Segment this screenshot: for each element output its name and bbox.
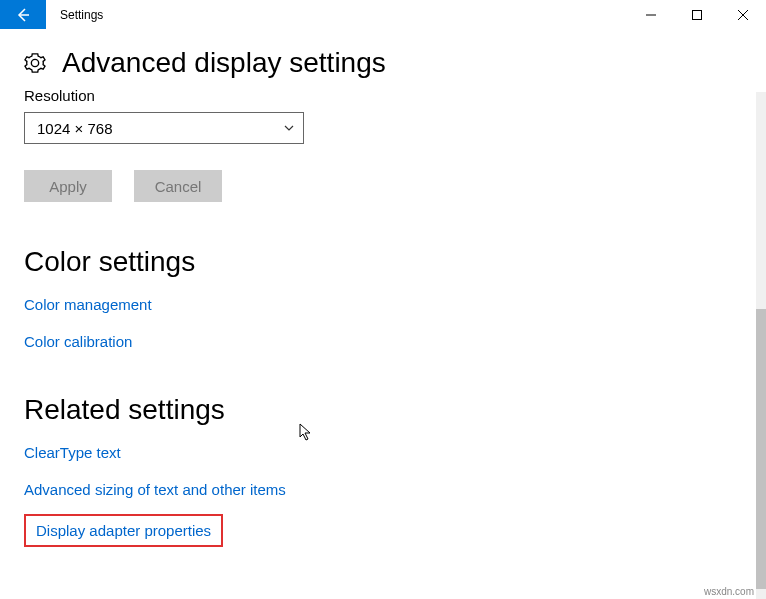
minimize-icon [646, 10, 656, 20]
link-cleartype-text[interactable]: ClearType text [24, 444, 742, 461]
maximize-button[interactable] [674, 0, 720, 29]
link-display-adapter-properties[interactable]: Display adapter properties [36, 522, 211, 539]
highlight-box: Display adapter properties [24, 514, 223, 547]
watermark: wsxdn.com [704, 586, 754, 597]
button-row: Apply Cancel [24, 170, 742, 202]
resolution-dropdown[interactable]: 1024 × 768 [24, 112, 304, 144]
close-button[interactable] [720, 0, 766, 29]
page-title: Advanced display settings [62, 47, 386, 79]
titlebar: Settings [0, 0, 766, 29]
chevron-down-icon [283, 122, 295, 134]
link-color-calibration[interactable]: Color calibration [24, 333, 742, 350]
color-settings-heading: Color settings [24, 246, 742, 278]
window-title: Settings [60, 8, 628, 22]
cancel-button[interactable]: Cancel [134, 170, 222, 202]
content-area: Resolution 1024 × 768 Apply Cancel Color… [0, 87, 766, 547]
window-controls [628, 0, 766, 29]
link-color-management[interactable]: Color management [24, 296, 742, 313]
related-settings-heading: Related settings [24, 394, 742, 426]
svg-rect-2 [693, 10, 702, 19]
link-advanced-sizing[interactable]: Advanced sizing of text and other items [24, 481, 742, 498]
resolution-label: Resolution [24, 87, 742, 104]
arrow-left-icon [15, 7, 31, 23]
resolution-value: 1024 × 768 [37, 120, 113, 137]
page-header: Advanced display settings [0, 29, 766, 89]
minimize-button[interactable] [628, 0, 674, 29]
maximize-icon [692, 10, 702, 20]
gear-icon [24, 52, 46, 74]
apply-button[interactable]: Apply [24, 170, 112, 202]
close-icon [738, 10, 748, 20]
scrollbar-thumb[interactable] [756, 309, 766, 589]
back-button[interactable] [0, 0, 46, 29]
